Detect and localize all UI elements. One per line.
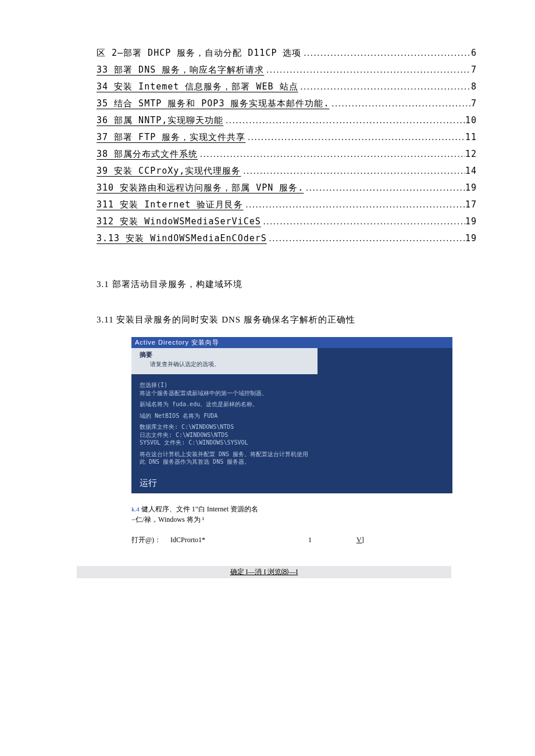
toc-dots	[264, 65, 471, 75]
toc-page: 10	[465, 115, 477, 126]
wizard-choice-text: 将这个服务器配置成新域林中的第一个域控制器。	[140, 390, 268, 396]
run-dialog-prefix: k.4	[131, 506, 140, 513]
toc-page: 19	[465, 233, 477, 243]
wizard-newdomain: 新域名将为 fuda.edu。这也是新林的名称。	[140, 400, 313, 409]
buttons-bar: 确定 I—消 I 浏览⑻—I	[77, 566, 451, 578]
toc-page: 12	[465, 149, 477, 159]
toc-page: 11	[465, 132, 477, 142]
wizard-netbios: 域的 NetBIOS 名将为 FUDA	[140, 412, 313, 420]
open-vj[interactable]: V]	[356, 536, 364, 544]
run-dialog-text: k.4 健人程序、文件 1"白 Internet 资源的名 −仁/禄，Windo…	[131, 504, 329, 525]
wizard-choice-label: 您选择(I)	[140, 382, 167, 388]
open-input[interactable]: IdCProrto1*	[167, 536, 263, 544]
run-open-row: 打开@)： IdCProrto1* 1 V]	[131, 535, 477, 545]
document-page: 区 2—部署 DHCP 服务，自动分配 D11CP 选项 6 33 部署 DNS…	[0, 0, 535, 756]
toc-page: 14	[465, 166, 477, 176]
ad-install-wizard: Active Directory 安装向导 摘要 请复查并确认选定的选项。 您选…	[131, 337, 452, 493]
section-heading-3-1: 3.1 部署活动目录服务，构建域环境	[97, 279, 477, 290]
toc-page: 6	[471, 48, 477, 58]
buttons-bar-text[interactable]: 确定 I—消 I 浏览⑻—I	[230, 568, 298, 576]
open-label: 打开@)：	[131, 535, 161, 545]
toc: 区 2—部署 DHCP 服务，自动分配 D11CP 选项 6 33 部署 DNS…	[97, 48, 477, 244]
toc-dots	[261, 217, 465, 227]
toc-page: 19	[465, 216, 477, 227]
toc-item[interactable]: 310 安装路由和远程访问服务，部属 VPN 服务. 19	[97, 182, 477, 194]
toc-text: 312 安装 WindoWSMediaSerViCeS	[97, 216, 261, 227]
toc-text: 34 安装 Intemet 信息服务，部署 WEB 站点	[97, 81, 298, 92]
toc-page: 8	[471, 81, 477, 92]
section-heading-3-11: 3.11 安装目录服务的同时安装 DNS 服务确保名字解析的正确性	[97, 314, 477, 325]
run-dialog-line2: −仁/禄，Windows 将为 ¹	[131, 515, 204, 524]
wizard-paths: 数据库文件夹: C:\WINDOWS\NTDS 日志文件夹: C:\WINDOW…	[140, 423, 313, 447]
toc-dots	[267, 234, 465, 243]
toc-item[interactable]: 34 安装 Intemet 信息服务，部署 WEB 站点 8	[97, 81, 477, 92]
toc-item[interactable]: 312 安装 WindoWSMediaSerViCeS 19	[97, 216, 477, 227]
wizard-dns: 将在这台计算机上安装并配置 DNS 服务。将配置这台计算机使用此 DNS 服务器…	[140, 450, 313, 466]
toc-item[interactable]: 36 部属 NNTP,实现聊天功能 10	[97, 115, 477, 126]
toc-dots	[302, 48, 471, 58]
toc-item[interactable]: 35 结合 SMTP 服务和 POP3 服务实现基本邮件功能. 7	[97, 98, 477, 109]
toc-page: 7	[471, 65, 477, 75]
toc-item[interactable]: 3.13 安装 WindOWSMediaEnCOderS 19	[97, 233, 477, 244]
toc-dots	[298, 82, 471, 92]
wizard-title-bar: Active Directory 安装向导	[131, 337, 452, 348]
toc-page: 7	[471, 98, 477, 109]
toc-text: 35 结合 SMTP 服务和 POP3 服务实现基本邮件功能.	[97, 98, 330, 109]
open-one: 1	[269, 536, 351, 544]
toc-text: 3.13 安装 WindOWSMediaEnCOderS	[97, 233, 267, 244]
wizard-body: 您选择(I) 将这个服务器配置成新域林中的第一个域控制器。 新域名将为 fuda…	[131, 374, 318, 474]
toc-dots	[243, 200, 465, 210]
toc-text: 38 部属分布式文件系统	[97, 149, 198, 160]
toc-item[interactable]: 33 部署 DNS 服务，响应名字解析请求 7	[97, 65, 477, 76]
toc-dots	[304, 183, 465, 193]
wizard-summary-label: 摘要	[140, 350, 313, 359]
toc-text: 33 部署 DNS 服务，响应名字解析请求	[97, 65, 264, 76]
toc-text: 311 安装 Internet 验证月艮务	[97, 199, 243, 210]
wizard-summary-sub: 请复查并确认选定的选项。	[150, 360, 313, 368]
toc-text: 310 安装路由和远程访问服务，部属 VPN 服务.	[97, 182, 304, 194]
wizard-run-bar: 运行	[131, 474, 452, 493]
toc-item[interactable]: 38 部属分布式文件系统 12	[97, 149, 477, 160]
wizard-summary-panel: 摘要 请复查并确认选定的选项。	[131, 348, 318, 374]
toc-text: 39 安装 CCProXy,实现代理服务	[97, 166, 241, 177]
toc-item[interactable]: 311 安装 Internet 验证月艮务 17	[97, 199, 477, 210]
toc-item[interactable]: 39 安装 CCProXy,实现代理服务 14	[97, 166, 477, 177]
toc-dots	[245, 132, 465, 142]
run-dialog-line1: 健人程序、文件 1"白 Internet 资源的名	[140, 505, 258, 513]
toc-dots	[198, 149, 465, 159]
toc-text: 36 部属 NNTP,实现聊天功能	[97, 115, 223, 126]
toc-dots	[241, 166, 465, 176]
toc-dots	[223, 116, 465, 126]
toc-dots	[330, 99, 471, 109]
toc-page: 19	[465, 182, 477, 193]
toc-item[interactable]: 37 部署 FTP 服务，实现文件共享 11	[97, 132, 477, 143]
toc-text: 37 部署 FTP 服务，实现文件共享	[97, 132, 245, 143]
toc-page: 17	[465, 199, 477, 210]
toc-text: 区 2—部署 DHCP 服务，自动分配 D11CP 选项	[97, 48, 302, 59]
toc-item[interactable]: 区 2—部署 DHCP 服务，自动分配 D11CP 选项 6	[97, 48, 477, 59]
